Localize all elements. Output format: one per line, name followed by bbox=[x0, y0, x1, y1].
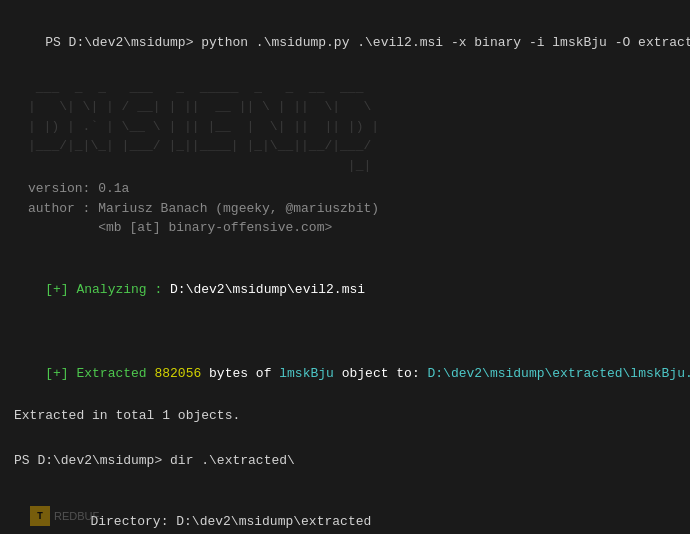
ascii-line-4: |___/|_|\_| |___/ |_||____| |_|\__||__/|… bbox=[28, 136, 676, 156]
extracted-mid: bytes of bbox=[201, 366, 279, 381]
author-line-1: author : Mariusz Banach (mgeeky, @marius… bbox=[28, 199, 676, 219]
analyzing-path: D:\dev2\msidump\evil2.msi bbox=[170, 282, 365, 297]
extracted-suffix: object to: bbox=[334, 366, 428, 381]
total-line: Extracted in total 1 objects. bbox=[14, 406, 676, 426]
ascii-art-logo: ___ _ _ ___ _ _____ _ _ __ ___ | \| \| |… bbox=[28, 78, 676, 176]
analyzing-line: [+] Analyzing : D:\dev2\msidump\evil2.ms… bbox=[14, 260, 676, 319]
author-line-2: <mb [at] binary-offensive.com> bbox=[28, 218, 676, 238]
terminal-window: PS D:\dev2\msidump> python .\msidump.py … bbox=[0, 0, 690, 534]
watermark-icon: T bbox=[30, 506, 50, 526]
command-line: PS D:\dev2\msidump> python .\msidump.py … bbox=[14, 13, 676, 72]
extracted-prefix: [+] Extracted bbox=[45, 366, 154, 381]
directory-path: D:\dev2\msidump\extracted bbox=[176, 514, 371, 529]
prompt-text: PS D:\dev2\msidump> python .\msidump.py … bbox=[45, 35, 690, 50]
version-line: version: 0.1a bbox=[28, 179, 676, 199]
ascii-line-2: | \| \| | / __| | || __ || \ | || \| \ bbox=[28, 97, 676, 117]
ascii-line-5: |_| bbox=[28, 156, 676, 176]
dir-command-line: PS D:\dev2\msidump> dir .\extracted\ bbox=[14, 451, 676, 471]
extracted-dest: D:\dev2\msidump\extracted\lmskBju.bin bbox=[428, 366, 691, 381]
analyzing-prefix: [+] Analyzing : bbox=[45, 282, 170, 297]
extracted-bytes: 882056 bbox=[154, 366, 201, 381]
version-info: version: 0.1a author : Mariusz Banach (m… bbox=[28, 179, 676, 238]
watermark: T REDBUF bbox=[30, 506, 99, 526]
ascii-line-3: | |) | .` | \__ \ | || |__ | \| || || |)… bbox=[28, 117, 676, 137]
spacer-1 bbox=[14, 238, 676, 258]
spacer-3 bbox=[14, 428, 676, 448]
extracted-obj: lmskBju bbox=[279, 366, 334, 381]
watermark-label: REDBUF bbox=[54, 510, 99, 522]
extracted-line: [+] Extracted 882056 bytes of lmskBju ob… bbox=[14, 344, 676, 403]
spacer-2 bbox=[14, 322, 676, 342]
spacer-4 bbox=[14, 473, 676, 493]
ascii-line-1: ___ _ _ ___ _ _____ _ _ __ ___ bbox=[28, 78, 676, 98]
directory-label-line: Directory: D:\dev2\msidump\extracted bbox=[28, 493, 676, 535]
